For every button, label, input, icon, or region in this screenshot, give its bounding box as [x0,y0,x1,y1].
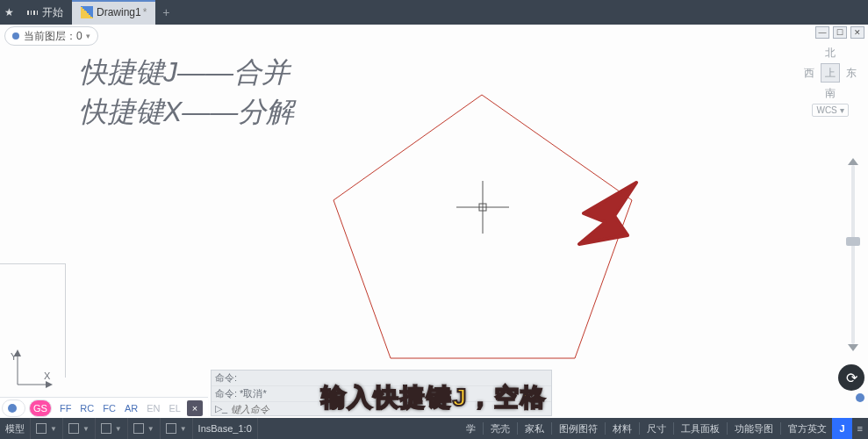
status-link-6[interactable]: 工具面板 [676,418,725,439]
view-east[interactable]: 东 [842,63,861,83]
status-snap-button[interactable]: ▼ [63,418,96,439]
view-south[interactable]: 南 [821,83,840,103]
drawing-canvas[interactable] [0,25,868,418]
layout-tab-gs[interactable]: GS [29,399,52,417]
layout-tab-row: GS FF RC FC AR EN EL × [0,397,208,418]
layout-tab-model[interactable] [2,399,25,417]
status-link-8[interactable]: 官方英文 [783,418,832,439]
navigation-bar: ⟳ [842,158,864,351]
status-polar-button[interactable]: ▼ [128,418,161,439]
layout-tab-ar[interactable]: AR [120,403,142,414]
status-ortho-button[interactable]: ▼ [96,418,128,439]
tab-dirty-indicator: * [143,6,147,18]
tab-home-label: 开始 [42,5,63,20]
annotation-arrow-icon [579,183,636,244]
tab-add-button[interactable]: + [155,5,176,19]
polar-icon [133,423,144,434]
layout-tab-ff[interactable]: FF [55,403,75,414]
command-input[interactable] [231,404,548,414]
grid-icon [36,423,47,434]
view-cube: 北 西 上 东 南 WCS ▾ [800,42,861,116]
status-shortcut-badge[interactable]: J [832,418,851,439]
ucs-icon[interactable]: Y X [11,349,53,395]
status-link-5[interactable]: 尺寸 [642,418,671,439]
drawing-file-icon [81,6,93,18]
status-link-7[interactable]: 功能导图 [729,418,778,439]
view-west[interactable]: 西 [800,63,819,83]
view-north[interactable]: 北 [821,43,840,62]
status-link-1[interactable]: 亮壳 [485,418,515,439]
svg-marker-6 [46,381,53,388]
status-bar: 模型 ▼ ▼ ▼ ▼ ▼ InsBase_1:0 学 亮壳 家私 图例图符 材料… [0,418,868,439]
windows-icon [26,10,39,16]
command-history-1: 命令: [212,371,551,386]
wcs-dropdown[interactable]: WCS ▾ [812,104,848,117]
command-line: 命令: 命令: *取消* ▷_ [211,370,552,416]
status-model-button[interactable]: 模型 [0,418,31,439]
current-layer-label: 当前图层：0 [24,29,82,44]
favorite-icon[interactable]: ★ [0,0,18,25]
svg-text:X: X [44,371,51,381]
maximize-button[interactable]: ☐ [833,26,847,39]
sync-icon: ⟳ [846,370,857,386]
view-top[interactable]: 上 [821,63,840,83]
layout-tab-en[interactable]: EN [142,403,164,414]
svg-text:Y: Y [11,351,18,362]
snap-icon [68,423,79,434]
close-button[interactable]: ✕ [850,26,864,39]
status-coord-hint: InsBase_1:0 [193,418,258,439]
zoom-out-icon[interactable] [848,344,858,351]
zoom-in-icon[interactable] [848,158,858,165]
status-menu-button[interactable]: ≡ [852,418,868,439]
nav-handle-icon[interactable] [856,393,864,402]
layout-tab-el[interactable]: EL [164,403,184,414]
tab-home[interactable]: 开始 [18,0,72,25]
command-history-2: 命令: *取消* [212,386,551,402]
status-link-3[interactable]: 图例图符 [554,418,603,439]
model-dot-icon [8,404,17,413]
status-link-2[interactable]: 家私 [520,418,549,439]
layout-tab-rc[interactable]: RC [75,403,98,414]
title-bar: ★ 开始 Drawing1 * + [0,0,868,25]
tab-drawing1-label: Drawing1 [97,6,141,18]
layout-tabs-close-button[interactable]: × [187,400,203,416]
minimize-button[interactable]: — [815,26,829,39]
tab-drawing1[interactable]: Drawing1 * [72,0,155,25]
status-osnap-button[interactable]: ▼ [161,418,193,439]
zoom-slider[interactable] [851,165,855,344]
status-grid-button[interactable]: ▼ [31,418,63,439]
crosshair-cursor-icon [456,181,509,234]
command-prompt-icon: ▷_ [215,403,227,414]
chevron-down-icon: ▾ [86,32,90,40]
osnap-icon [166,423,176,434]
ortho-icon [101,423,111,434]
layout-tab-fc[interactable]: FC [98,403,120,414]
layer-color-dot-icon [12,32,19,40]
zoom-thumb[interactable] [846,237,860,246]
status-link-0[interactable]: 学 [461,418,481,439]
child-window-controls: — ☐ ✕ [815,26,864,39]
current-layer-chip[interactable]: 当前图层：0 ▾ [4,26,98,46]
orbit-icon[interactable]: ⟳ [838,364,864,391]
status-link-4[interactable]: 材料 [607,418,637,439]
